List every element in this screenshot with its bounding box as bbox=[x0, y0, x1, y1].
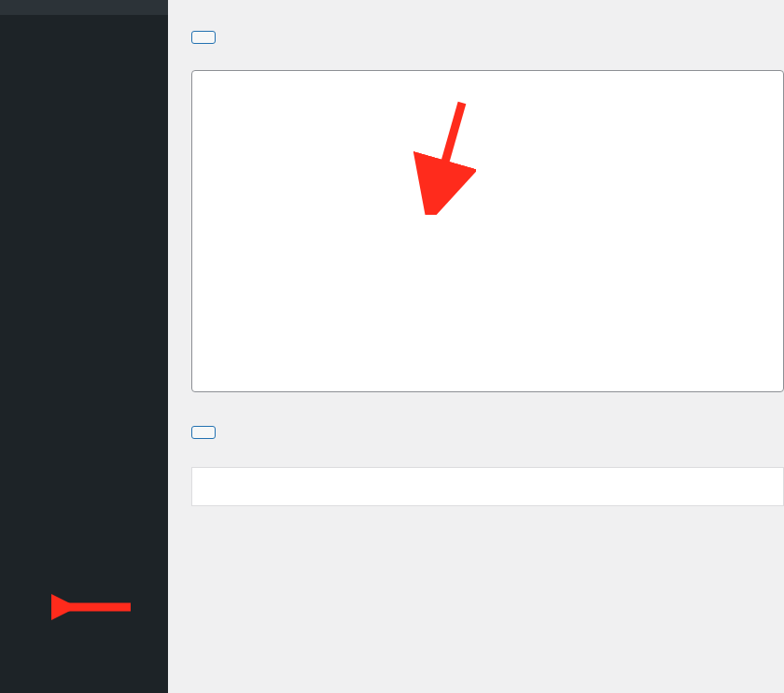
upsell-card bbox=[191, 467, 784, 506]
save-htaccess-button[interactable] bbox=[191, 426, 216, 439]
main-content bbox=[168, 0, 784, 693]
htaccess-textarea[interactable] bbox=[191, 70, 784, 392]
create-robots-button[interactable] bbox=[191, 31, 216, 44]
admin-sidebar bbox=[0, 0, 168, 693]
